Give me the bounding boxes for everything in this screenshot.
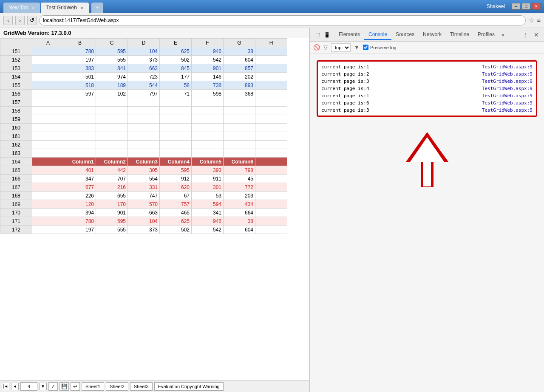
cell-d[interactable]: 373	[128, 56, 160, 64]
cell-h[interactable]	[255, 107, 287, 115]
cell-g[interactable]	[224, 107, 255, 115]
clear-console-icon[interactable]: 🚫	[313, 44, 320, 51]
cell-h[interactable]	[255, 226, 287, 234]
cell-g[interactable]: 798	[224, 166, 255, 175]
cell-f[interactable]: 901	[192, 64, 224, 73]
inspect-icon[interactable]: ⬚	[313, 31, 322, 39]
cell-g[interactable]: 38	[224, 217, 255, 226]
cell-f[interactable]: 594	[192, 200, 224, 209]
cell-e[interactable]	[160, 107, 192, 115]
devtools-tab-sources[interactable]: Sources	[391, 30, 419, 40]
cell-a[interactable]	[32, 183, 64, 192]
cell-c[interactable]: 707	[96, 175, 128, 183]
console-source-link[interactable]: TestGridWeb.aspx:9	[482, 86, 533, 91]
cell-a[interactable]	[32, 217, 64, 226]
cell-e[interactable]	[160, 132, 192, 141]
cell-f[interactable]	[192, 107, 224, 115]
cell-d[interactable]: 663	[128, 209, 160, 217]
cell-c[interactable]	[96, 132, 128, 141]
cell-b[interactable]: 677	[64, 183, 96, 192]
cell-a[interactable]	[32, 175, 64, 183]
cell-b[interactable]: 780	[64, 47, 96, 56]
cell-b[interactable]	[64, 98, 96, 107]
cell-c[interactable]	[96, 115, 128, 124]
cell-a[interactable]	[32, 226, 64, 234]
page-first-button[interactable]: |◄	[2, 383, 9, 390]
restore-button[interactable]: □	[522, 3, 530, 10]
cell-c[interactable]: 974	[96, 73, 128, 81]
cell-f[interactable]: Column5	[192, 158, 224, 166]
cell-b[interactable]: 120	[64, 200, 96, 209]
devtools-settings-icon[interactable]: ⋮	[521, 31, 530, 38]
cell-b[interactable]: 518	[64, 81, 96, 90]
console-source-link[interactable]: TestGridWeb.aspx:9	[482, 71, 533, 77]
cell-d[interactable]: 104	[128, 217, 160, 226]
tab-test-gridweb[interactable]: Test GridWeb ✕	[41, 3, 88, 13]
log-level-select[interactable]: top	[331, 43, 351, 52]
cell-h[interactable]	[255, 141, 287, 149]
devtools-tab-elements[interactable]: Elements	[334, 30, 364, 40]
cell-g[interactable]: 45	[224, 175, 255, 183]
cell-c[interactable]: 189	[96, 81, 128, 90]
mobile-icon[interactable]: 📱	[323, 31, 331, 39]
cell-b[interactable]: 226	[64, 192, 96, 200]
preserve-log-checkbox[interactable]	[363, 45, 368, 50]
url-bar[interactable]	[39, 15, 526, 25]
cell-a[interactable]	[32, 81, 64, 90]
cell-f[interactable]: 301	[192, 183, 224, 192]
tab-new-tab-close[interactable]: ✕	[31, 6, 35, 10]
cell-c[interactable]: 216	[96, 183, 128, 192]
cell-a[interactable]	[32, 90, 64, 98]
cell-a[interactable]	[32, 115, 64, 124]
cell-f[interactable]: 542	[192, 226, 224, 234]
cell-b[interactable]: 197	[64, 226, 96, 234]
cell-a[interactable]	[32, 149, 64, 158]
cell-e[interactable]: 912	[160, 175, 192, 183]
cell-a[interactable]	[32, 73, 64, 81]
cell-b[interactable]: 401	[64, 166, 96, 175]
cell-c[interactable]	[96, 141, 128, 149]
forward-button[interactable]: ›	[15, 16, 25, 25]
devtools-tab-timeline[interactable]: Timeline	[446, 30, 473, 40]
devtools-close-icon[interactable]: ✕	[532, 31, 541, 38]
cell-f[interactable]: 946	[192, 47, 224, 56]
cell-e[interactable]: 625	[160, 217, 192, 226]
cell-b[interactable]: 597	[64, 90, 96, 98]
cell-d[interactable]: 797	[128, 90, 160, 98]
page-prev-button[interactable]: ◄	[11, 383, 19, 390]
cell-b[interactable]: 780	[64, 217, 96, 226]
cell-b[interactable]	[64, 124, 96, 132]
eval-warning-tab[interactable]: Evaluation Copyright Warning	[154, 382, 224, 391]
cell-g[interactable]	[224, 149, 255, 158]
cell-g[interactable]	[224, 141, 255, 149]
save-button[interactable]: 💾	[60, 382, 69, 391]
cell-d[interactable]: 663	[128, 64, 160, 73]
cell-c[interactable]: 555	[96, 226, 128, 234]
cell-g[interactable]: 368	[224, 90, 255, 98]
cell-d[interactable]: Column3	[128, 158, 160, 166]
cell-d[interactable]: 544	[128, 81, 160, 90]
cell-d[interactable]	[128, 98, 160, 107]
cell-e[interactable]: 465	[160, 209, 192, 217]
cell-h[interactable]	[255, 81, 287, 90]
cell-f[interactable]	[192, 115, 224, 124]
cell-g[interactable]: 857	[224, 64, 255, 73]
cell-d[interactable]	[128, 107, 160, 115]
cell-d[interactable]: 104	[128, 47, 160, 56]
cell-c[interactable]: 841	[96, 64, 128, 73]
cell-c[interactable]: 595	[96, 47, 128, 56]
cell-a[interactable]	[32, 124, 64, 132]
cell-c[interactable]: 555	[96, 56, 128, 64]
cell-c[interactable]: 102	[96, 90, 128, 98]
tab-new-tab[interactable]: New Tab ✕	[3, 3, 40, 13]
cell-a[interactable]	[32, 200, 64, 209]
cell-h[interactable]	[255, 64, 287, 73]
cell-e[interactable]	[160, 115, 192, 124]
cell-d[interactable]: 305	[128, 166, 160, 175]
cell-g[interactable]: 203	[224, 192, 255, 200]
cell-d[interactable]	[128, 141, 160, 149]
cell-g[interactable]: 893	[224, 81, 255, 90]
cell-a[interactable]	[32, 132, 64, 141]
cell-a[interactable]	[32, 192, 64, 200]
cell-c[interactable]	[96, 107, 128, 115]
